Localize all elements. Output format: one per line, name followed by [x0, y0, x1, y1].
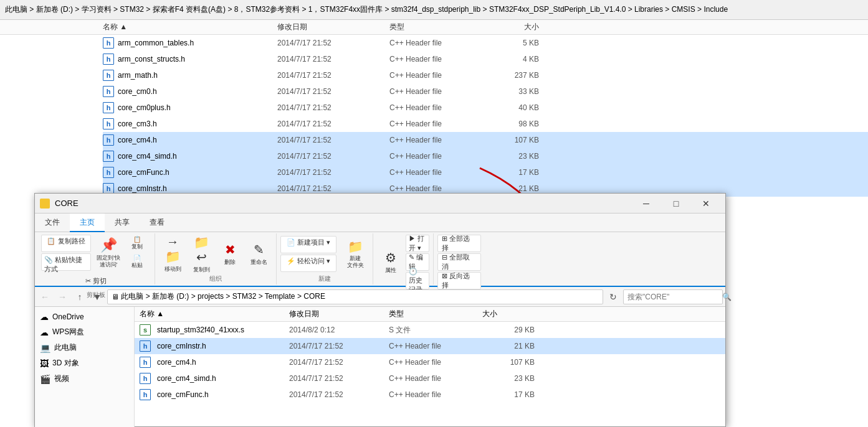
- bg-address-bar: 此电脑 > 新加卷 (D:) > 学习资料 > STM32 > 探索者F4 资料…: [0, 0, 868, 20]
- bg-filename: core_cm4.h: [118, 136, 157, 144]
- filename: core_cm4.h: [157, 358, 196, 367]
- nav-forward-button[interactable]: →: [55, 289, 70, 304]
- address-path-text: 此电脑 > 新加卷 (D:) > projects > STM32 > Temp…: [121, 291, 325, 302]
- sort-type-button[interactable]: 类型: [389, 309, 482, 319]
- bg-filesize: 40 KB: [489, 103, 551, 112]
- col-headers-bar: 名称 ▲ 修改日期 类型 大小: [135, 307, 725, 322]
- cut-button[interactable]: ✂ 剪切: [84, 272, 108, 289]
- window-title: CORE: [55, 199, 632, 208]
- bg-filename: core_cmFunc.h: [118, 168, 169, 177]
- copy-path-button[interactable]: 📋 复制路径: [41, 235, 91, 252]
- sidebar-item-3d[interactable]: 🖼 3D 对象: [35, 355, 134, 371]
- new-item-button[interactable]: 📄 新建项目 ▾: [280, 236, 336, 253]
- bg-file-row[interactable]: h arm_const_structs.h 2014/7/17 21:52 C+…: [103, 51, 868, 67]
- address-path[interactable]: 🖥 此电脑 > 新加卷 (D:) > projects > STM32 > Te…: [107, 289, 603, 304]
- file-row[interactable]: h core_cmFunc.h 2014/7/17 21:52 C++ Head…: [135, 387, 725, 403]
- new-folder-icon: 📁: [348, 239, 363, 254]
- bg-filename: arm_const_structs.h: [118, 55, 185, 63]
- properties-button[interactable]: ⚙ 属性: [377, 245, 404, 279]
- pin-button[interactable]: 📌 固定到'快速访问': [95, 235, 122, 270]
- select-none-button[interactable]: ⊟ 全部取消: [437, 253, 481, 271]
- organize-buttons: →📁 移动到 📁↩ 复制到 ✖ 删除 ✎ 重命名: [159, 235, 272, 273]
- minimize-button[interactable]: ─: [632, 194, 661, 213]
- bg-file-row[interactable]: h core_cmFunc.h 2014/7/17 21:52 C++ Head…: [103, 164, 868, 181]
- move-to-button[interactable]: →📁 移动到: [159, 237, 186, 271]
- bg-file-row[interactable]: h core_cm4_simd.h 2014/7/17 21:52 C++ He…: [103, 148, 868, 164]
- bg-filesize: 23 KB: [489, 152, 551, 161]
- close-button[interactable]: ✕: [692, 194, 720, 213]
- nav-recent-button[interactable]: ▼: [90, 289, 105, 304]
- onedrive-icon: ☁: [40, 312, 49, 322]
- filename: core_cmInstr.h: [157, 342, 206, 350]
- bg-filedate: 2014/7/17 21:52: [277, 168, 389, 177]
- paste-button[interactable]: 📄 粘贴: [123, 253, 151, 271]
- open-buttons: ⚙ 属性 ▶ 打开 ▾ ✎ 编辑 🕐 历史记录: [377, 235, 429, 289]
- filedate: 2014/7/17 21:52: [289, 390, 389, 399]
- copy-button[interactable]: 📋 复制: [123, 235, 151, 252]
- bg-filetype: C++ Header file: [389, 87, 489, 96]
- tab-share[interactable]: 共享: [105, 214, 140, 232]
- delete-button[interactable]: ✖ 删除: [216, 237, 244, 271]
- bg-filedate: 2014/7/17 21:52: [277, 103, 389, 112]
- properties-icon: ⚙: [385, 250, 396, 265]
- bg-file-row[interactable]: h arm_common_tables.h 2014/7/17 21:52 C+…: [103, 35, 868, 51]
- filename: core_cm4_simd.h: [157, 374, 216, 383]
- sidebar-item-wps[interactable]: ☁ WPS网盘: [35, 324, 134, 340]
- refresh-button[interactable]: ↻: [606, 289, 621, 304]
- search-box[interactable]: 🔍: [623, 289, 723, 304]
- select-all-button[interactable]: ⊞ 全部选择: [437, 235, 481, 252]
- search-input[interactable]: [627, 293, 721, 301]
- sort-date-button[interactable]: 修改日期: [289, 309, 389, 319]
- bg-breadcrumb: 此电脑 > 新加卷 (D:) > 学习资料 > STM32 > 探索者F4 资料…: [5, 4, 728, 15]
- copy-to-icon: 📁↩: [189, 235, 213, 265]
- filesize: 29 KB: [482, 326, 545, 334]
- sidebar-label-video: 视频: [54, 373, 69, 384]
- nav-back-button[interactable]: ←: [37, 289, 52, 304]
- bg-filesize: 5 KB: [489, 39, 551, 47]
- history-button[interactable]: 🕐 历史记录: [406, 272, 429, 289]
- tab-home[interactable]: 主页: [70, 214, 105, 232]
- tab-view[interactable]: 查看: [140, 214, 174, 232]
- file-row[interactable]: h core_cm4.h 2014/7/17 21:52 C++ Header …: [135, 354, 725, 370]
- filetype: C++ Header file: [389, 342, 482, 350]
- bg-filename: core_cm0.h: [118, 87, 157, 96]
- copy-to-button[interactable]: 📁↩ 复制到: [188, 237, 215, 271]
- new-folder-button[interactable]: 📁 新建文件夹: [341, 237, 369, 271]
- sidebar-item-this-pc[interactable]: 💻 此电脑: [35, 340, 134, 355]
- bg-filedate: 2014/7/17 21:52: [277, 136, 389, 144]
- tab-file[interactable]: 文件: [35, 214, 70, 232]
- bg-file-row[interactable]: h core_cm0plus.h 2014/7/17 21:52 C++ Hea…: [103, 100, 868, 116]
- wps-icon: ☁: [40, 327, 49, 337]
- filetype: C++ Header file: [389, 358, 482, 367]
- pin-icon: 📌: [100, 237, 117, 253]
- bg-filedate: 2014/7/17 21:52: [277, 55, 389, 63]
- copy-icon: 📋: [133, 236, 141, 243]
- sort-size-button[interactable]: 大小: [482, 309, 545, 319]
- file-icon: h: [140, 373, 151, 384]
- rename-button[interactable]: ✎ 重命名: [245, 237, 272, 271]
- bg-filetype: C++ Header file: [389, 136, 489, 144]
- ribbon-group-new: 📄 新建项目 ▾ ⚡ 轻松访问 ▾ 📁 新建文件夹 新建: [277, 233, 373, 284]
- paste-shortcut-button[interactable]: 📎 粘贴快捷方式: [41, 253, 91, 271]
- file-icon: h: [103, 102, 114, 113]
- sidebar-item-video[interactable]: 🎬 视频: [35, 371, 134, 387]
- file-row[interactable]: h core_cmInstr.h 2014/7/17 21:52 C++ Hea…: [135, 338, 725, 354]
- paste-icon: 📄: [133, 255, 141, 261]
- pc-icon: 💻: [40, 343, 50, 353]
- bg-file-row[interactable]: h core_cm0.h 2014/7/17 21:52 C++ Header …: [103, 83, 868, 100]
- bg-file-row[interactable]: h core_cm3.h 2014/7/17 21:52 C++ Header …: [103, 116, 868, 132]
- sidebar-item-onedrive[interactable]: ☁ OneDrive: [35, 309, 134, 324]
- open-button[interactable]: ▶ 打开 ▾: [406, 235, 429, 252]
- bg-file-row[interactable]: h arm_math.h 2014/7/17 21:52 C++ Header …: [103, 67, 868, 83]
- bg-filedate: 2014/7/17 21:52: [277, 71, 389, 80]
- file-row[interactable]: h core_cm4_simd.h 2014/7/17 21:52 C++ He…: [135, 370, 725, 387]
- nav-up-button[interactable]: ↑: [72, 289, 87, 304]
- invert-selection-button[interactable]: ⊠ 反向选择: [437, 272, 481, 289]
- bg-file-row[interactable]: h core_cm4.h 2014/7/17 21:52 C++ Header …: [103, 132, 868, 148]
- maximize-button[interactable]: □: [662, 194, 690, 213]
- filedate: 2014/7/17 21:52: [289, 374, 389, 383]
- easy-access-button[interactable]: ⚡ 轻松访问 ▾: [280, 255, 336, 272]
- sort-name-button[interactable]: 名称 ▲: [140, 309, 289, 319]
- video-icon: 🎬: [40, 374, 50, 384]
- file-row[interactable]: s startup_stm32f40_41xxx.s 2014/8/2 0:12…: [135, 322, 725, 338]
